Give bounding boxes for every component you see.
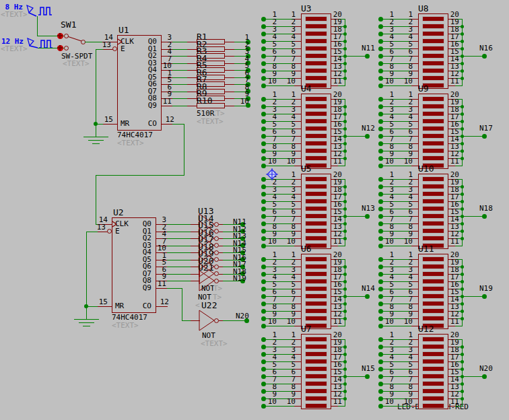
clock-chevron-icon xyxy=(118,39,122,44)
clock-chevron-icon xyxy=(112,221,116,227)
overlay-icons-layer xyxy=(0,0,509,420)
origin-crosshair-icon xyxy=(266,168,278,180)
schematic-canvas[interactable]: 8 Hz<TEXT>12 Hz<TEXT>SW1SW-SPDT<TEXT>U11… xyxy=(0,0,509,420)
